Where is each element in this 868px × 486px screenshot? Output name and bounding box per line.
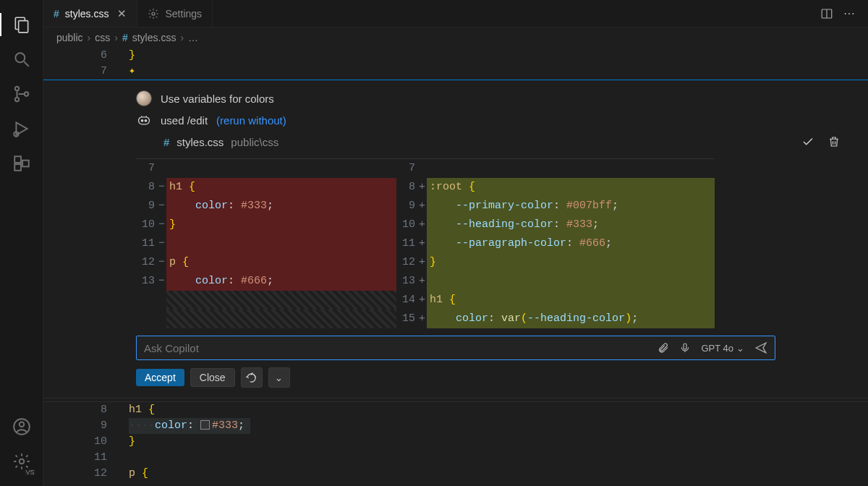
chevron-down-icon[interactable]: ⌄ bbox=[268, 367, 290, 388]
chat-message: Use variables for colors bbox=[161, 93, 274, 105]
code-line: } bbox=[129, 434, 250, 450]
svg-point-6 bbox=[24, 92, 27, 95]
svg-point-4 bbox=[14, 87, 18, 90]
accept-button[interactable]: Accept bbox=[136, 369, 184, 386]
diff-line bbox=[166, 159, 396, 178]
diff-line: --primary-color: #007bff; bbox=[427, 197, 715, 216]
svg-rect-8 bbox=[14, 156, 21, 163]
diff-line: color: #666; bbox=[166, 272, 396, 291]
tab-styles-css[interactable]: # styles.css ✕ bbox=[43, 0, 137, 27]
svg-rect-1 bbox=[18, 21, 27, 33]
diff-line: color: var(--heading-color); bbox=[427, 310, 715, 328]
send-icon[interactable] bbox=[754, 341, 767, 354]
file-dir: public\css bbox=[231, 136, 278, 148]
svg-point-12 bbox=[19, 422, 24, 427]
diff-line: p { bbox=[166, 253, 396, 272]
code-area[interactable]: } ✦ bbox=[129, 48, 135, 80]
rerun-link[interactable]: (rerun without) bbox=[216, 114, 286, 127]
code-area[interactable]: h1 {····color: #333;}p { bbox=[129, 402, 250, 482]
css-file-icon: # bbox=[122, 32, 128, 43]
chevron-right-icon: › bbox=[114, 32, 118, 43]
breadcrumb-seg[interactable]: public bbox=[56, 32, 83, 43]
chevron-right-icon: › bbox=[180, 32, 184, 43]
rerun-icon[interactable] bbox=[241, 367, 263, 388]
svg-point-2 bbox=[15, 53, 25, 62]
breadcrumb-seg[interactable]: css bbox=[95, 32, 110, 43]
editor-main: # styles.css ✕ Settings ⋯ public › css ›… bbox=[43, 0, 868, 486]
css-file-icon: # bbox=[54, 8, 59, 20]
svg-line-3 bbox=[24, 61, 29, 67]
chevron-right-icon: › bbox=[88, 32, 91, 43]
code-line: p { bbox=[129, 466, 250, 482]
line-gutter: 89101112 bbox=[43, 402, 129, 482]
diff-line bbox=[166, 310, 396, 328]
code-line: h1 { bbox=[129, 402, 250, 418]
diff-line: h1 { bbox=[427, 291, 715, 310]
user-avatar-icon bbox=[136, 90, 152, 106]
svg-point-19 bbox=[145, 120, 147, 122]
svg-point-18 bbox=[141, 120, 143, 122]
chat-bot-line: used /edit (rerun without) bbox=[43, 109, 868, 131]
copilot-icon bbox=[136, 112, 152, 128]
diff-line: color: #333; bbox=[166, 197, 396, 216]
file-reference: # styles.css public\css bbox=[43, 131, 868, 153]
gear-icon bbox=[148, 8, 159, 20]
explorer-icon[interactable] bbox=[4, 7, 39, 42]
tab-actions: ⋯ bbox=[820, 0, 868, 27]
diff-line: --heading-color: #333; bbox=[427, 216, 715, 234]
breadcrumb-seg[interactable]: … bbox=[188, 32, 198, 43]
diff-line: --paragraph-color: #666; bbox=[427, 234, 715, 253]
close-icon[interactable]: ✕ bbox=[117, 7, 127, 20]
attach-icon[interactable] bbox=[658, 342, 669, 354]
line-gutter: 6 7 bbox=[43, 48, 129, 80]
tabs-row: # styles.css ✕ Settings ⋯ bbox=[43, 0, 868, 27]
diff-original: 78−9−10−11−12−13− h1 { color: #333;}p { … bbox=[136, 159, 396, 328]
chat-status: used /edit bbox=[161, 114, 208, 127]
tab-label: Settings bbox=[165, 8, 202, 20]
tab-settings[interactable]: Settings bbox=[137, 0, 213, 27]
diff-line bbox=[427, 272, 715, 291]
breadcrumb[interactable]: public › css › # styles.css › … bbox=[43, 27, 868, 48]
diff-view: 78−9−10−11−12−13− h1 { color: #333;}p { … bbox=[136, 158, 715, 328]
trash-icon[interactable] bbox=[827, 135, 841, 148]
editor-top[interactable]: 6 7 } ✦ bbox=[43, 48, 868, 80]
manage-icon[interactable]: VS bbox=[4, 444, 39, 479]
css-file-icon: # bbox=[163, 136, 169, 148]
ask-input[interactable] bbox=[144, 342, 647, 354]
file-name[interactable]: styles.css bbox=[176, 136, 224, 148]
search-icon[interactable] bbox=[4, 42, 39, 77]
diff-line bbox=[166, 291, 396, 310]
ask-copilot-row: GPT 4o ⌄ bbox=[136, 336, 775, 360]
diff-line: } bbox=[427, 253, 715, 272]
svg-point-5 bbox=[14, 98, 18, 101]
svg-point-14 bbox=[152, 12, 155, 15]
action-buttons: Accept Close ⌄ bbox=[136, 367, 868, 388]
svg-rect-17 bbox=[139, 117, 150, 124]
activity-bar: VS bbox=[0, 0, 43, 486]
breadcrumb-seg[interactable]: styles.css bbox=[132, 32, 176, 43]
copilot-panel: Use variables for colors used /edit (rer… bbox=[43, 80, 868, 398]
close-button[interactable]: Close bbox=[190, 368, 235, 387]
svg-point-13 bbox=[19, 459, 24, 464]
check-icon[interactable] bbox=[801, 135, 814, 148]
tab-label: styles.css bbox=[65, 8, 109, 20]
editor-bottom[interactable]: 89101112 h1 {····color: #333;}p { bbox=[43, 401, 868, 482]
diff-line bbox=[427, 159, 715, 178]
source-control-icon[interactable] bbox=[4, 77, 39, 111]
sparkle-icon[interactable]: ✦ bbox=[129, 65, 135, 77]
extensions-icon[interactable] bbox=[4, 146, 39, 181]
model-selector[interactable]: GPT 4o ⌄ bbox=[701, 343, 744, 354]
accounts-icon[interactable] bbox=[4, 409, 39, 444]
chevron-down-icon: ⌄ bbox=[736, 343, 744, 354]
more-icon[interactable]: ⋯ bbox=[843, 7, 855, 20]
svg-rect-20 bbox=[684, 344, 686, 349]
diff-line: :root { bbox=[427, 178, 715, 197]
diff-modified: 78+9+10+11+12+13+14+15+ :root { --primar… bbox=[396, 159, 715, 328]
mic-icon[interactable] bbox=[679, 342, 691, 354]
split-editor-icon[interactable] bbox=[820, 7, 833, 20]
run-debug-icon[interactable] bbox=[4, 111, 39, 146]
code-line: ····color: #333; bbox=[129, 418, 250, 434]
code-line bbox=[129, 450, 250, 466]
diff-line bbox=[166, 234, 396, 253]
diff-line: } bbox=[166, 216, 396, 234]
